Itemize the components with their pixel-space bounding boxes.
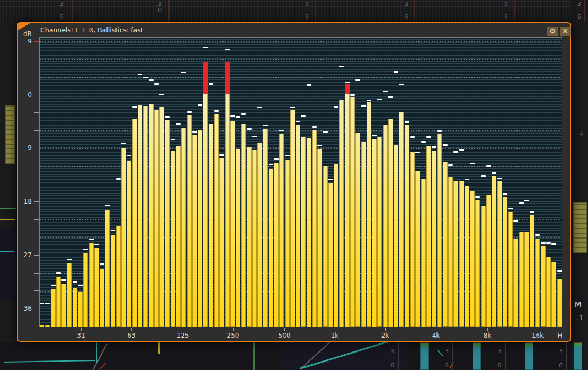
background-meter-track — [452, 342, 453, 370]
peak-hold-marker — [497, 178, 502, 179]
background-teal-line — [96, 342, 97, 363]
background-meter-digit: 9 — [305, 1, 309, 7]
y-axis-label: 0 — [17, 91, 32, 99]
spectrum-bar — [339, 100, 344, 327]
spectrum-bar — [149, 104, 154, 327]
x-axis-tick — [335, 328, 335, 331]
spectrum-bar — [557, 279, 562, 327]
peak-hold-marker — [45, 303, 50, 304]
gridline — [40, 130, 562, 131]
background-meter-bar — [420, 342, 429, 370]
peak-hold-marker — [51, 285, 56, 286]
peak-hold-marker — [241, 113, 246, 115]
spectrum-bar — [51, 289, 56, 327]
peak-hold-marker — [94, 244, 99, 245]
background-olive-block — [573, 202, 587, 253]
spectrum-bar — [405, 125, 409, 327]
spectrum-bar — [198, 130, 202, 327]
spectrum-bar — [209, 124, 213, 327]
spectrum-bar — [214, 114, 219, 327]
spectrum-bar — [410, 152, 415, 327]
peak-hold-marker — [154, 83, 159, 85]
peak-hold-marker — [83, 249, 88, 250]
gridline — [40, 41, 562, 42]
peak-hold-marker — [503, 193, 507, 195]
peak-hold-marker — [61, 279, 66, 281]
peak-hold-marker — [426, 136, 431, 138]
peak-hold-marker — [388, 96, 393, 98]
spectrum-bar — [394, 145, 398, 327]
peak-hold-marker — [421, 141, 426, 143]
gridline — [40, 113, 562, 113]
spectrum-bar — [437, 134, 442, 327]
x-axis-label: 250 — [224, 332, 242, 339]
peak-hold-marker — [372, 135, 377, 136]
spectrum-bar — [492, 176, 496, 327]
spectrum-bar — [350, 97, 355, 327]
peak-hold-marker — [530, 211, 534, 213]
spectrum-bar — [94, 248, 99, 327]
x-axis-tick — [81, 328, 82, 331]
spectrum-bar — [355, 133, 360, 327]
spectrum-bar — [285, 160, 290, 327]
spectrum-bar — [307, 138, 311, 327]
peak-hold-marker — [415, 152, 420, 153]
peak-hold-marker — [307, 84, 311, 86]
window-title[interactable]: Channels: L + R, Ballistics: fast — [40, 26, 144, 34]
x-axis-tick — [436, 328, 436, 331]
background-meter-digit: 6 — [559, 363, 563, 368]
x-axis-label: 31 — [72, 332, 90, 339]
peak-hold-marker — [377, 99, 382, 100]
spectrum-plot-area[interactable] — [39, 37, 562, 327]
peak-hold-marker — [546, 242, 551, 244]
spectrum-bar — [301, 137, 306, 327]
peak-hold-marker — [149, 79, 154, 81]
spectrum-bar — [203, 62, 208, 327]
peak-hold-marker — [551, 243, 556, 245]
background-meter-bar — [574, 342, 582, 370]
peak-hold-marker — [459, 149, 464, 151]
spectrum-bar — [171, 151, 175, 327]
peak-hold-marker — [230, 115, 235, 117]
settings-gear-button[interactable]: ⚙ — [547, 27, 558, 36]
peak-hold-marker — [116, 178, 121, 180]
background-mixer-top — [0, 0, 588, 22]
spectrum-bar — [192, 135, 197, 327]
background-meter-digit: 3 — [445, 348, 449, 354]
peak-hold-marker — [410, 136, 415, 138]
spectrum-bar — [290, 110, 295, 327]
background-meter-digit: 6 — [305, 14, 309, 20]
peak-hold-marker — [301, 115, 306, 117]
peak-hold-marker — [198, 104, 202, 106]
background-divider — [584, 0, 585, 22]
spectrum-bar — [154, 110, 159, 327]
background-meter-digit: 3 — [559, 348, 563, 354]
x-axis-label: 4k — [427, 332, 445, 339]
background-meter-digit: 9 — [504, 1, 508, 7]
peak-hold-marker — [274, 158, 279, 160]
peak-hold-marker — [56, 272, 61, 274]
spectrum-bar — [519, 232, 524, 327]
background-meter-digit: 0 — [158, 7, 162, 13]
gridline — [40, 59, 562, 60]
y-axis-label: 27 — [17, 251, 32, 259]
peak-hold-marker — [67, 259, 72, 260]
spectrum-bar — [111, 235, 115, 327]
clip-segment — [345, 84, 350, 94]
spectrum-bar — [40, 325, 44, 327]
background-yellow-vline — [158, 342, 160, 354]
background-right-digit: 4 — [580, 130, 583, 137]
spectrum-bar — [475, 200, 480, 327]
spectrum-bar — [312, 130, 317, 327]
spectrum-bar — [263, 129, 268, 327]
x-axis-tick — [385, 328, 386, 331]
background-meter-digit: 6 — [405, 14, 408, 20]
spectrum-bar — [372, 139, 377, 327]
close-button[interactable]: × — [560, 27, 571, 36]
y-axis-tick — [34, 237, 39, 237]
peak-hold-marker — [247, 128, 252, 130]
background-meter-digit: 3 — [405, 1, 408, 7]
y-axis-tick — [34, 148, 39, 148]
spectrum-bar — [323, 166, 328, 327]
y-axis-label: 36 — [17, 305, 32, 312]
